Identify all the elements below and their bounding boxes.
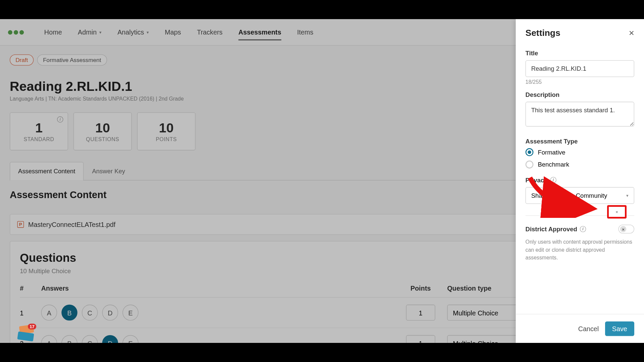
char-count: 18/255 [526, 79, 634, 85]
panel-title: Settings [526, 28, 560, 38]
district-approved-toggle[interactable]: × [619, 225, 634, 233]
privacy-value: Share With The Community [531, 192, 607, 199]
radio-icon [526, 148, 534, 156]
settings-panel: Settings ✕ Title 18/255 Description Asse… [516, 19, 644, 343]
chevron-down-icon: ▾ [626, 193, 629, 198]
close-icon: ✕ [629, 29, 634, 37]
title-input[interactable] [526, 60, 634, 77]
description-label: Description [526, 91, 634, 98]
radio-label: Formative [538, 148, 566, 156]
panel-close-button[interactable]: ✕ [629, 29, 634, 37]
notification-count: 17 [28, 323, 36, 329]
privacy-select[interactable]: Share With The Community ▾ [526, 187, 634, 204]
info-icon[interactable]: i [580, 226, 586, 232]
floating-help-widget[interactable]: 17 [16, 322, 36, 343]
cancel-button[interactable]: Cancel [578, 325, 599, 332]
district-help-text: Only users with content approval permiss… [526, 238, 634, 262]
title-label: Title [526, 50, 634, 57]
assessment-type-label: Assessment Type [526, 137, 634, 144]
district-approved-label: District Approved i [526, 226, 586, 233]
save-button[interactable]: Save [605, 321, 634, 336]
info-icon[interactable]: i [550, 177, 556, 183]
radio-icon [526, 161, 534, 169]
radio-label: Benchmark [538, 161, 569, 168]
radio-formative[interactable]: Formative [526, 148, 634, 156]
privacy-label: Privacy i [526, 176, 634, 183]
toggle-off-icon: × [620, 226, 626, 232]
radio-benchmark[interactable]: Benchmark [526, 161, 634, 169]
description-input[interactable] [526, 102, 634, 127]
